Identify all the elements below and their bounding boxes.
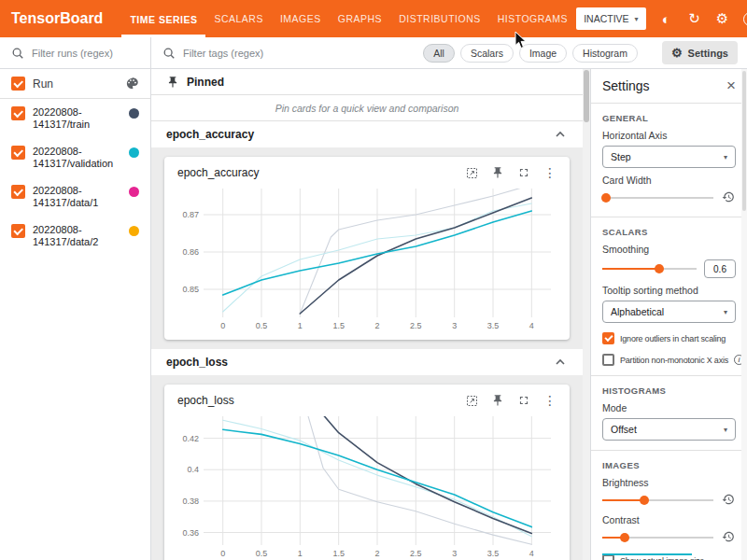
ignore-outliers-checkbox[interactable] <box>602 332 614 344</box>
tab-distributions[interactable]: DISTRIBUTIONS <box>390 0 489 37</box>
run-checkbox[interactable] <box>11 185 25 199</box>
section-title: epoch_loss <box>166 356 553 369</box>
filter-tags-input[interactable]: Filter tags (regex) All Scalars Image Hi… <box>151 37 649 68</box>
tooltip-sorting-select[interactable]: Alphabetical ▾ <box>602 301 736 323</box>
refresh-icon[interactable]: ↻ <box>684 7 706 30</box>
section-header-epoch-accuracy: epoch_accuracy <box>151 121 583 147</box>
run-row-train[interactable]: 20220808-141317/train <box>0 99 150 138</box>
main-scrollbar-thumb[interactable] <box>584 70 589 122</box>
tab-scalars[interactable]: SCALARS <box>205 0 272 37</box>
card-width-slider[interactable] <box>602 190 713 205</box>
chip-scalars[interactable]: Scalars <box>460 44 514 63</box>
run-checkbox[interactable] <box>11 224 25 238</box>
filter-toolbar: Filter runs (regex) Filter tags (regex) … <box>0 37 747 69</box>
run-name: 20220808-141317/validation <box>33 146 121 170</box>
run-color-dot[interactable] <box>129 187 139 197</box>
histogram-mode-label: Mode <box>602 402 736 413</box>
chevron-up-icon[interactable] <box>553 356 568 369</box>
run-row-data-2[interactable]: 20220808-141317/data/2 <box>0 217 150 256</box>
chevron-down-icon: ▾ <box>724 153 727 161</box>
chevron-up-icon[interactable] <box>553 128 568 141</box>
histograms-heading: HISTOGRAMS <box>602 385 736 396</box>
card-group-epoch-loss: epoch_loss ⋮ 00.511.522.533.540.360.380.… <box>151 375 583 560</box>
reset-icon[interactable] <box>721 530 736 545</box>
contrast-slider[interactable] <box>602 530 713 545</box>
svg-text:0.38: 0.38 <box>182 497 199 506</box>
theme-toggle-icon[interactable]: ◐ <box>655 7 678 30</box>
smoothing-slider[interactable] <box>602 261 697 276</box>
tab-graphs[interactable]: GRAPHS <box>330 0 390 37</box>
svg-text:0.85: 0.85 <box>182 285 199 294</box>
reset-icon[interactable] <box>721 493 736 508</box>
tab-histograms[interactable]: HISTOGRAMS <box>489 0 576 37</box>
more-options-icon[interactable]: ⋮ <box>542 392 558 409</box>
close-icon[interactable]: × <box>726 79 736 92</box>
run-name: 20220808-141317/data/2 <box>33 224 121 248</box>
run-checkbox[interactable] <box>11 146 25 160</box>
help-icon[interactable]: ? <box>740 7 747 30</box>
card-header: epoch_accuracy ⋮ <box>174 162 560 183</box>
brightness-slider[interactable] <box>602 493 713 508</box>
select-all-runs-checkbox[interactable] <box>11 77 25 91</box>
cards-main-area: Pinned Pin cards for a quick view and co… <box>151 69 590 560</box>
fullscreen-icon[interactable] <box>515 164 532 181</box>
run-row-data-1[interactable]: 20220808-141317/data/1 <box>0 177 150 217</box>
epoch-accuracy-chart[interactable]: 00.511.522.533.540.850.860.87 <box>174 183 558 332</box>
fit-domain-icon[interactable] <box>463 164 480 181</box>
run-name: 20220808-141317/data/1 <box>33 185 121 209</box>
chevron-down-icon: ▾ <box>724 426 727 434</box>
card-width-control <box>602 190 736 205</box>
chip-histogram[interactable]: Histogram <box>572 44 638 63</box>
settings-panel: Settings × GENERAL Horizontal Axis Step … <box>590 69 747 560</box>
fit-domain-icon[interactable] <box>463 392 480 409</box>
chip-image[interactable]: Image <box>519 44 567 63</box>
epoch-loss-chart[interactable]: 00.511.522.533.540.360.380.40.42 <box>174 411 558 560</box>
run-color-dot[interactable] <box>129 147 139 158</box>
gear-icon[interactable]: ⚙ <box>712 7 734 30</box>
tooltip-sorting-value: Alphabetical <box>611 306 664 317</box>
settings-scrollbar-thumb[interactable] <box>742 71 746 211</box>
tooltip-sorting-label: Tooltip sorting method <box>602 285 736 296</box>
settings-panel-title: Settings <box>602 78 726 93</box>
content-area: Run 20220808-141317/train 20220808-14131… <box>0 69 747 560</box>
settings-images-section: IMAGES Brightness Contrast Show actual i… <box>591 451 747 560</box>
palette-icon[interactable] <box>125 77 139 91</box>
tag-filter-chips: All Scalars Image Histogram <box>423 44 638 63</box>
contrast-control <box>602 530 736 545</box>
svg-text:2: 2 <box>374 549 379 558</box>
histogram-mode-select[interactable]: Offset ▾ <box>602 418 736 441</box>
run-color-dot[interactable] <box>129 226 139 236</box>
section-header-epoch-loss: epoch_loss <box>151 349 583 375</box>
svg-text:3: 3 <box>452 321 457 330</box>
run-color-dot[interactable] <box>129 108 139 119</box>
horizontal-axis-select[interactable]: Step ▾ <box>602 146 736 168</box>
gear-icon: ⚙ <box>671 46 683 60</box>
settings-button[interactable]: ⚙ Settings <box>662 41 738 64</box>
fullscreen-icon[interactable] <box>515 392 532 409</box>
reset-icon[interactable] <box>721 190 736 205</box>
smoothing-control: 0.6 <box>602 259 736 278</box>
run-checkbox[interactable] <box>11 106 25 120</box>
settings-scalars-section: SCALARS Smoothing 0.6 Tooltip sorting me… <box>591 217 747 376</box>
pin-icon[interactable] <box>489 164 506 181</box>
svg-text:2.5: 2.5 <box>410 549 422 558</box>
run-column-label: Run <box>33 77 118 91</box>
svg-text:0.87: 0.87 <box>182 210 199 219</box>
settings-button-label: Settings <box>688 48 728 59</box>
reload-status-dropdown[interactable]: INACTIVE ▾ <box>576 7 645 30</box>
partial-divider <box>602 553 692 555</box>
pin-icon[interactable] <box>489 392 506 409</box>
filter-runs-input[interactable]: Filter runs (regex) <box>0 37 151 68</box>
more-options-icon[interactable]: ⋮ <box>542 164 558 181</box>
smoothing-value-input[interactable]: 0.6 <box>704 259 736 278</box>
partition-x-axis-row: Partition non-monotonic X axis i <box>602 354 736 366</box>
svg-text:3.5: 3.5 <box>487 549 500 558</box>
tab-time-series[interactable]: TIME SERIES <box>121 0 205 37</box>
search-icon <box>162 47 176 60</box>
chip-all[interactable]: All <box>423 44 455 63</box>
run-row-validation[interactable]: 20220808-141317/validation <box>0 138 150 177</box>
card-title: epoch_loss <box>177 394 463 407</box>
tab-images[interactable]: IMAGES <box>272 0 330 37</box>
filter-tags-placeholder: Filter tags (regex) <box>183 48 263 59</box>
partition-x-axis-checkbox[interactable] <box>602 354 614 366</box>
